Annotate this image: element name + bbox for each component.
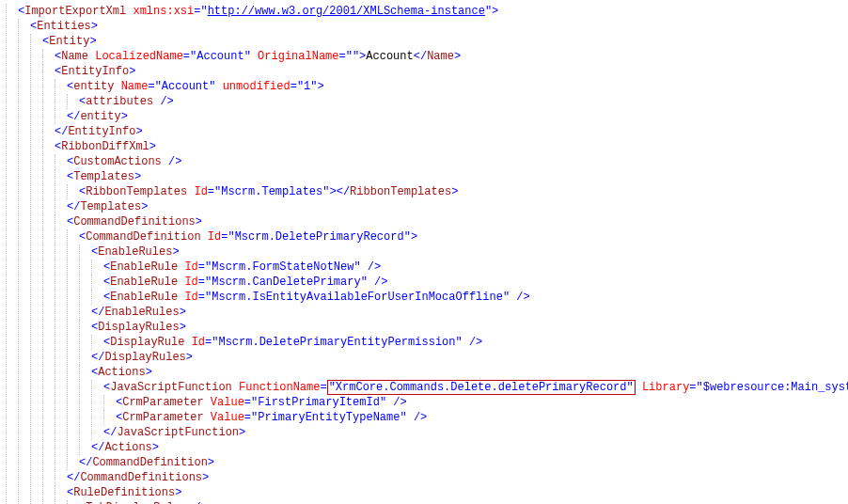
- attr-value-link[interactable]: http://www.w3.org/2001/XMLSchema-instanc…: [208, 5, 485, 18]
- bracket: </: [414, 50, 427, 63]
- bracket: />: [386, 396, 407, 409]
- tag: RuleDefinitions: [73, 486, 175, 499]
- quote: ": [455, 336, 462, 349]
- bracket: >: [180, 321, 186, 334]
- attr-name: Name: [121, 80, 149, 93]
- xml-line[interactable]: <JavaScriptFunction FunctionName="XrmCor…: [91, 380, 844, 440]
- xml-line[interactable]: <DisplayRules> <DisplayRule Id="Mscrm.De…: [79, 320, 844, 365]
- tag: entity: [73, 80, 114, 93]
- tag: JavaScriptFunction: [117, 426, 239, 439]
- xml-line[interactable]: <CommandDefinition Id="Mscrm.DeletePrima…: [67, 229, 844, 470]
- attr-value: Mscrm.Templates: [221, 185, 322, 198]
- attr-name: Id: [184, 276, 197, 289]
- bracket: >: [141, 200, 148, 213]
- bracket: </: [67, 200, 80, 213]
- xml-line[interactable]: <RibbonTemplates Id="Mscrm.Templates"></…: [67, 184, 844, 199]
- bracket: />: [162, 155, 182, 168]
- eq: =: [198, 260, 205, 274]
- xml-line[interactable]: <entity Name="Account" unmodified="1"> <…: [55, 79, 844, 124]
- quote: ": [380, 396, 386, 409]
- attr-name: OriginalName: [258, 50, 338, 63]
- tag: CommandDefinition: [86, 230, 200, 244]
- highlighted-value: "XrmCore.Commands.Delete.deletePrimaryRe…: [327, 380, 636, 395]
- bracket: >: [149, 140, 156, 153]
- eq: =: [183, 50, 190, 63]
- attr-name: unmodified: [223, 80, 291, 93]
- tag: Templates: [80, 200, 141, 213]
- xml-line[interactable]: <CrmParameter Value="FirstPrimaryItemId"…: [103, 395, 844, 410]
- attr-name: FunctionName: [239, 381, 320, 394]
- xml-line[interactable]: <EnableRules> <EnableRule Id="Mscrm.Form…: [79, 244, 844, 320]
- xml-line[interactable]: <TabDisplayRules />: [67, 500, 844, 504]
- tag: RibbonTemplates: [350, 185, 451, 198]
- bracket: </: [67, 471, 80, 484]
- quote: ": [200, 5, 207, 18]
- bracket: >: [492, 5, 498, 18]
- quote: ": [209, 80, 215, 93]
- eq: =: [198, 276, 205, 289]
- quote: ": [697, 381, 703, 394]
- bracket: >: [121, 110, 128, 123]
- bracket: >: [129, 65, 135, 78]
- bracket: </: [79, 456, 92, 469]
- xml-line[interactable]: <attributes />: [67, 94, 844, 109]
- quote: ": [310, 80, 317, 93]
- bracket: >: [135, 125, 142, 138]
- bracket: >: [202, 471, 209, 484]
- tag: CrmParameter: [122, 396, 203, 409]
- bracket: >: [146, 366, 152, 379]
- tag: CustomActions: [73, 155, 162, 168]
- tag: EnableRule: [110, 260, 178, 274]
- attr-value: Account: [162, 80, 209, 93]
- xml-line[interactable]: <EnableRule Id="Mscrm.IsEntityAvailableF…: [91, 290, 844, 305]
- bracket: />: [510, 291, 530, 304]
- xml-line[interactable]: <DisplayRule Id="Mscrm.DeletePrimaryEnti…: [91, 335, 844, 350]
- xml-line[interactable]: <CrmParameter Value="PrimaryEntityTypeNa…: [103, 410, 844, 425]
- bracket: >: [152, 441, 159, 454]
- tag: Name: [427, 50, 454, 63]
- eq: =: [339, 50, 346, 63]
- attr-name: Value: [211, 396, 244, 409]
- tag: ImportExportXml: [24, 5, 126, 18]
- bracket: >: [411, 230, 417, 244]
- tag: Actions: [98, 366, 145, 379]
- xml-line[interactable]: <Entity> <Name LocalizedName="Account" O…: [30, 34, 844, 504]
- tag: DisplayRules: [98, 321, 179, 334]
- bracket: >: [175, 486, 181, 499]
- xml-line[interactable]: <CommandDefinitions> <CommandDefinition …: [55, 214, 844, 485]
- bracket: >: [454, 50, 461, 63]
- eq: =: [689, 381, 696, 394]
- bracket: >: [196, 215, 202, 228]
- quote: ": [400, 411, 406, 424]
- eq: =: [148, 80, 154, 93]
- xml-line[interactable]: <RibbonDiffXml> <CustomActions /> <Templ…: [42, 139, 844, 504]
- quote: ": [297, 80, 304, 93]
- tag: CommandDefinition: [92, 456, 207, 469]
- xml-line[interactable]: <EntityInfo> <entity Name="Account" unmo…: [42, 64, 844, 139]
- xml-line[interactable]: <EnableRule Id="Mscrm.CanDeletePrimary" …: [91, 275, 844, 290]
- attr-value: Mscrm.FormStateNotNew: [212, 260, 353, 274]
- tag: DisplayRule: [110, 336, 184, 349]
- tag: EntityInfo: [61, 65, 129, 78]
- text-content: Account: [366, 50, 413, 63]
- attr-name: Id: [184, 260, 197, 274]
- bracket: />: [361, 260, 382, 274]
- xml-line[interactable]: <ImportExportXml xmlns:xsi="http://www.w…: [6, 4, 844, 504]
- tag: EnableRules: [98, 245, 172, 259]
- attr-value: Account: [196, 50, 243, 63]
- eq: =: [198, 291, 205, 304]
- xml-line[interactable]: <Entities> <Entity> <Name LocalizedName=…: [18, 19, 844, 504]
- bracket: >: [89, 35, 96, 48]
- bracket: >: [329, 185, 336, 198]
- attr-value: Mscrm.IsEntityAvailableForUserInMocaOffl…: [212, 291, 503, 304]
- xml-line[interactable]: <Templates> <RibbonTemplates Id="Mscrm.T…: [55, 169, 844, 214]
- bracket: >: [91, 20, 98, 33]
- bracket: >: [172, 245, 179, 259]
- xml-line[interactable]: <RuleDefinitions> <TabDisplayRules />: [55, 485, 844, 504]
- xml-line[interactable]: <EnableRule Id="Mscrm.FormStateNotNew" /…: [91, 260, 844, 275]
- tag: DisplayRules: [104, 351, 185, 364]
- attr-name: xmlns:xsi: [133, 5, 194, 18]
- xml-line[interactable]: <Name LocalizedName="Account" OriginalNa…: [42, 49, 844, 64]
- xml-line[interactable]: <CustomActions />: [55, 154, 844, 169]
- xml-line[interactable]: <Actions> <JavaScriptFunction FunctionNa…: [79, 365, 844, 455]
